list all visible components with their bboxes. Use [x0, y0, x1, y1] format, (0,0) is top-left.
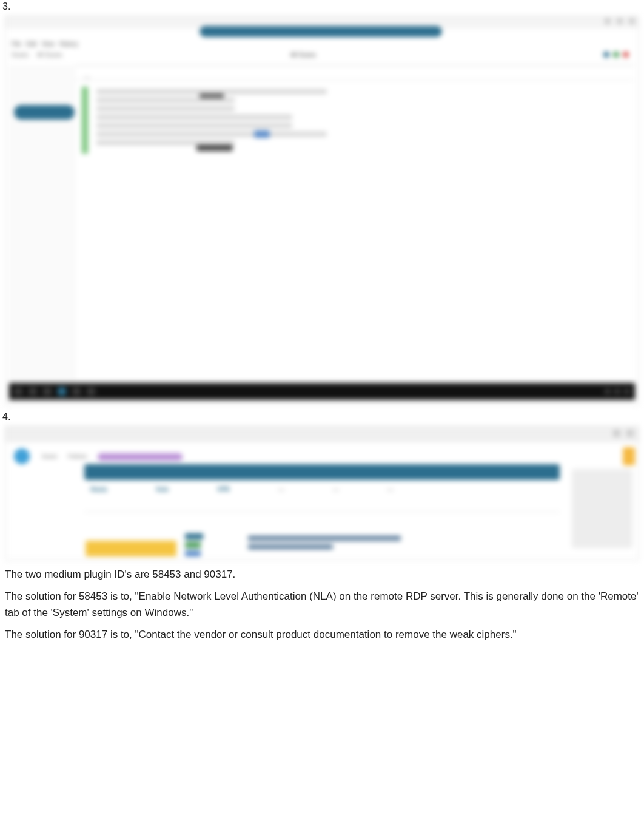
stat-vpr[interactable]: VPR [217, 486, 230, 493]
header-banner [84, 464, 560, 480]
severity-bar-medium[interactable] [86, 541, 176, 556]
breadcrumb-all[interactable]: All Scans [37, 52, 62, 58]
text-line [248, 544, 333, 549]
status-dot-green [613, 52, 619, 58]
minimize-icon[interactable] [605, 18, 611, 24]
status-dot-blue [603, 52, 609, 58]
stat: — [387, 486, 394, 493]
screenshot-1: File Edit View History Scans All Scans A… [5, 16, 639, 405]
nav-item[interactable]: Policies [68, 453, 87, 461]
task-icon[interactable] [72, 387, 81, 396]
task-icon[interactable] [87, 387, 95, 396]
divider [84, 512, 560, 512]
page-title: All Scans [290, 52, 316, 58]
maximize-icon[interactable] [617, 18, 623, 24]
task-icon[interactable] [43, 387, 52, 396]
browser-tab[interactable] [200, 26, 442, 37]
screenshot-2: Scans Policies Hosts Vuln VPR — — — [5, 426, 639, 561]
status-indicators [603, 52, 629, 58]
text-line [96, 106, 235, 111]
tray-icon[interactable] [614, 388, 620, 394]
vuln-name-lines [248, 536, 418, 553]
windows-taskbar[interactable] [9, 383, 635, 400]
col-header: — [84, 75, 90, 81]
start-icon[interactable] [14, 387, 22, 396]
severity-strip [82, 87, 88, 154]
text-line [96, 132, 327, 137]
menu-edit[interactable]: Edit [26, 41, 36, 47]
browser-control-icon[interactable] [626, 430, 634, 437]
banner-text [84, 464, 560, 472]
divider [10, 79, 634, 80]
menu-bar: File Edit View History [12, 41, 78, 47]
count-chip [185, 542, 201, 548]
scan-details-panel [572, 469, 632, 548]
top-nav: Scans Policies [42, 453, 183, 461]
column-headers: — [84, 75, 90, 81]
menu-file[interactable]: File [12, 41, 21, 47]
breadcrumb-scans[interactable]: Scans [12, 52, 29, 58]
stat-vuln[interactable]: Vuln [156, 486, 169, 493]
task-icon[interactable] [29, 387, 37, 396]
result-rows [96, 89, 327, 149]
browser-chrome [5, 427, 639, 442]
nav-item[interactable]: Scans [42, 453, 57, 461]
app-logo-icon[interactable] [14, 448, 30, 464]
badge [196, 145, 233, 151]
step-number-3: 3. [2, 1, 642, 12]
menu-history[interactable]: History [59, 41, 78, 47]
stat-hosts[interactable]: Hosts [90, 486, 107, 493]
paragraph-solution-90317: The solution for 90317 is to, "Contact t… [5, 627, 639, 643]
step-number-4: 4. [2, 411, 642, 422]
text-line [96, 89, 327, 94]
tray-icon[interactable] [605, 388, 611, 394]
paragraph-solution-58453: The solution for 58453 is to, "Enable Ne… [5, 589, 639, 621]
text-line [96, 98, 235, 103]
new-scan-button[interactable] [14, 105, 75, 120]
breadcrumb: Scans All Scans [12, 52, 62, 58]
summary-stats: Hosts Vuln VPR — — — [90, 486, 554, 493]
text-line [96, 115, 292, 120]
nav-highlight[interactable] [98, 453, 183, 461]
divider [10, 65, 634, 66]
count-chip [185, 550, 201, 556]
tray-icon[interactable] [624, 388, 630, 394]
paragraph-plugin-ids: The two medium plugin ID's are 58453 and… [5, 567, 639, 583]
stat: — [333, 486, 339, 493]
close-icon[interactable] [629, 18, 635, 24]
side-badge [623, 447, 635, 465]
text-line [248, 536, 401, 541]
task-icon-active[interactable] [58, 387, 66, 396]
count-chip [185, 533, 203, 539]
stat: — [278, 486, 284, 493]
text-line [96, 123, 292, 128]
menu-view[interactable]: View [41, 41, 55, 47]
chip [254, 130, 270, 138]
text-line [96, 140, 235, 145]
status-dot-red [623, 52, 629, 58]
browser-control-icon[interactable] [613, 430, 620, 437]
